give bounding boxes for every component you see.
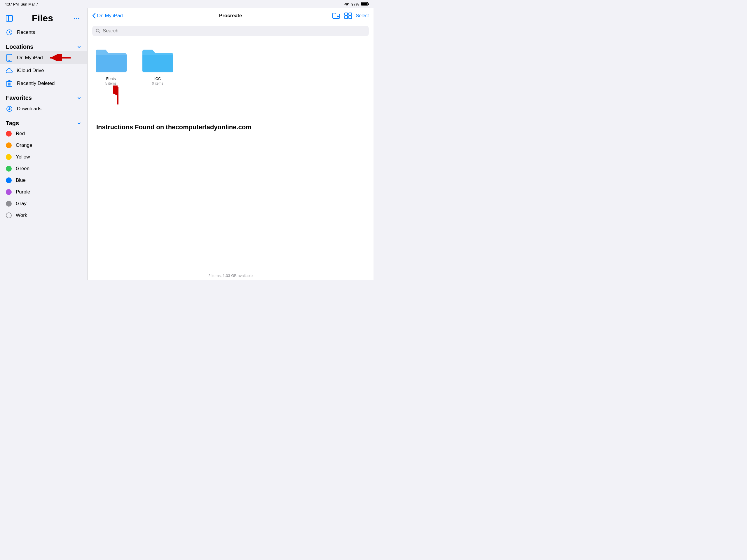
svg-rect-19 <box>344 13 347 16</box>
svg-rect-8 <box>8 60 10 61</box>
green-tag-dot <box>6 166 12 172</box>
sidebar-item-tag-orange[interactable]: Orange <box>0 139 87 151</box>
locations-chevron-icon[interactable] <box>77 45 81 49</box>
fonts-folder-count: 5 items <box>105 81 117 85</box>
select-label: Select <box>356 13 369 18</box>
nav-back-label: On My iPad <box>97 13 123 19</box>
recents-icon <box>6 29 13 36</box>
downloads-label: Downloads <box>17 106 42 112</box>
icc-folder-count: 0 items <box>152 81 163 85</box>
locations-title: Locations <box>6 44 33 50</box>
battery-icon <box>361 2 369 6</box>
arrow-up-container <box>113 85 368 106</box>
work-tag-dot <box>6 212 12 218</box>
favorites-chevron-icon[interactable] <box>77 96 81 100</box>
svg-line-24 <box>99 32 100 33</box>
sidebar-item-tag-red[interactable]: Red <box>0 128 87 139</box>
sidebar-header: Files <box>0 8 87 26</box>
purple-tag-dot <box>6 189 12 195</box>
nav-bar-left: On My iPad <box>92 13 123 19</box>
svg-rect-22 <box>349 16 352 19</box>
nav-title: Procreate <box>219 13 242 19</box>
svg-point-4 <box>76 18 77 19</box>
status-bottom: 2 items, 1.03 GB available <box>87 271 374 280</box>
sidebar-item-downloads[interactable]: Downloads <box>0 102 87 115</box>
folder-icc[interactable]: ICC 0 items <box>140 46 175 85</box>
search-bar <box>87 23 374 39</box>
more-button[interactable] <box>72 14 81 23</box>
red-tag-dot <box>6 131 12 136</box>
sidebar-item-tag-blue[interactable]: Blue <box>0 175 87 186</box>
folder-fonts[interactable]: Fonts 5 items <box>93 46 128 85</box>
yellow-tag-label: Yellow <box>16 154 30 160</box>
tags-title: Tags <box>6 120 19 127</box>
fonts-folder-icon <box>93 46 128 75</box>
chevron-left-icon <box>92 13 96 19</box>
new-folder-button[interactable] <box>332 12 340 19</box>
time: 4:37 PM <box>5 2 19 6</box>
date: Sun Mar 7 <box>20 2 38 6</box>
tags-chevron-icon[interactable] <box>77 121 81 126</box>
svg-rect-7 <box>7 54 12 61</box>
svg-rect-1 <box>368 3 369 5</box>
sidebar-item-recently-deleted[interactable]: Recently Deleted <box>0 77 87 90</box>
green-tag-label: Green <box>16 166 29 172</box>
locations-section-header: Locations <box>0 39 87 51</box>
battery: 97% <box>351 2 359 6</box>
sidebar-item-tag-work[interactable]: Work <box>0 209 87 221</box>
work-tag-label: Work <box>16 212 27 218</box>
sidebar-item-icloud-drive[interactable]: iCloud Drive <box>0 64 87 77</box>
icloud-icon <box>6 67 13 74</box>
tags-section-header: Tags <box>0 115 87 128</box>
orange-tag-label: Orange <box>16 143 32 148</box>
status-bar-right: 97% <box>344 2 369 6</box>
sidebar-item-tag-purple[interactable]: Purple <box>0 186 87 198</box>
svg-point-5 <box>78 18 79 19</box>
fonts-folder-name: Fonts <box>106 76 116 81</box>
main-content: On My iPad Procreate <box>87 8 374 280</box>
downloads-icon <box>6 105 13 112</box>
folders-grid: Fonts 5 items ICC 0 items <box>93 46 368 85</box>
files-title: Files <box>32 13 53 24</box>
icc-folder-icon <box>140 46 175 75</box>
sidebar-item-tag-yellow[interactable]: Yellow <box>0 151 87 163</box>
sidebar-item-on-my-ipad[interactable]: On My iPad <box>0 51 87 64</box>
sidebar-item-recents[interactable]: Recents <box>0 26 87 39</box>
orange-tag-dot <box>6 143 12 148</box>
gray-tag-label: Gray <box>16 201 27 207</box>
recently-deleted-label: Recently Deleted <box>17 80 55 86</box>
blue-tag-label: Blue <box>16 177 26 183</box>
recents-label: Recents <box>17 29 35 35</box>
status-bar: 4:37 PM Sun Mar 7 97% <box>0 0 374 8</box>
view-toggle-button[interactable] <box>344 12 352 19</box>
content-area: Fonts 5 items ICC 0 items <box>87 39 374 271</box>
bottom-status-text: 2 items, 1.03 GB available <box>208 274 253 278</box>
select-button[interactable]: Select <box>356 13 369 18</box>
nav-bar-right: Select <box>332 12 369 19</box>
blue-tag-dot <box>6 177 12 183</box>
icloud-drive-label: iCloud Drive <box>17 68 44 74</box>
sidebar-item-tag-green[interactable]: Green <box>0 163 87 175</box>
svg-rect-2 <box>361 3 368 5</box>
nav-back-button[interactable]: On My iPad <box>92 13 123 19</box>
ipad-icon <box>6 54 13 61</box>
search-input[interactable] <box>103 28 365 34</box>
app-container: Files Recents Locations <box>0 8 374 280</box>
svg-rect-21 <box>344 16 347 19</box>
grid-view-icon <box>344 12 352 19</box>
search-container[interactable] <box>92 26 369 36</box>
purple-tag-label: Purple <box>16 189 30 195</box>
sidebar-item-tag-gray[interactable]: Gray <box>0 198 87 209</box>
gray-tag-dot <box>6 201 12 207</box>
sidebar-panels-icon[interactable] <box>6 15 13 22</box>
sidebar: Files Recents Locations <box>0 8 87 280</box>
red-arrow-left <box>49 54 72 61</box>
nav-bar: On My iPad Procreate <box>87 8 374 23</box>
wifi-icon <box>344 2 350 6</box>
svg-rect-20 <box>349 13 352 16</box>
favorites-section-header: Favorites <box>0 90 87 102</box>
yellow-tag-dot <box>6 154 12 160</box>
svg-point-3 <box>74 18 75 19</box>
red-arrow-up <box>113 85 122 106</box>
icc-folder-name: ICC <box>154 76 161 81</box>
